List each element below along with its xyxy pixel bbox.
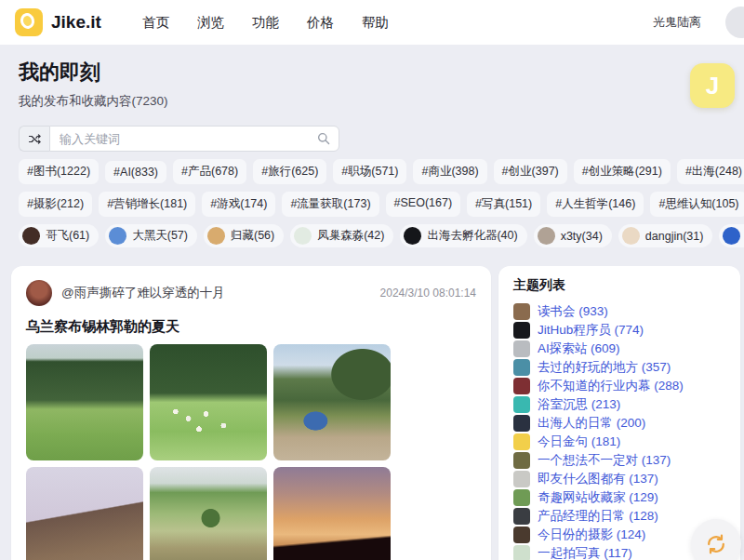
post-author-avatar[interactable] [26,280,52,306]
user-chip-label: 出海去孵化器(40) [427,228,517,244]
post-photo[interactable] [26,344,143,460]
topic-item[interactable]: 产品经理的日常 (128) [513,507,725,525]
topic-item[interactable]: 你不知道的行业内幕 (288) [513,377,725,394]
topic-item[interactable]: 今日金句 (181) [513,433,725,450]
tag-chip[interactable]: #游戏(174) [202,192,275,217]
nav-link[interactable]: 首页 [142,14,169,32]
post-card: @雨声撕碎了难以穿透的十月 2024/3/10 08:01:14 乌兰察布锡林郭… [11,266,491,560]
user-chip-avatar [109,227,126,245]
post-photo[interactable] [26,467,143,560]
topic-thumbnail [513,489,530,506]
post-photo[interactable] [273,467,391,560]
tag-chip[interactable]: #AI(833) [105,161,166,183]
page-subtitle: 我的发布和收藏内容(7230) [19,93,725,110]
user-chips: 哥飞(61) 大黑天(57) 归藏(56) 凤巢森淼(42) [19,224,744,247]
user-chip[interactable]: 归藏(56) [204,224,284,247]
topic-thumbnail [513,415,530,432]
topic-thumbnail [513,322,530,339]
jump-to-top-button[interactable]: J [690,63,735,108]
topic-thumbnail [513,396,530,413]
user-chip-avatar [22,227,40,245]
user-chip-label: 凤巢森淼(42) [317,228,384,244]
topic-thumbnail [513,303,530,320]
topic-label: 一个想法不一定对 (137) [538,452,671,469]
user-chip-avatar [207,227,225,245]
nav-link[interactable]: 浏览 [197,14,224,32]
user-chip-avatar [622,227,640,245]
user-chip[interactable]: 出海去孵化器(40) [400,224,526,247]
brand-title[interactable]: Jike.it [51,12,101,33]
user-chip-label: 哥飞(61) [46,228,89,244]
topics-heading: 主题列表 [513,277,725,294]
topic-item[interactable]: 浴室沉思 (213) [513,395,725,413]
post-author-name[interactable]: @雨声撕碎了难以穿透的十月 [61,285,225,301]
tag-chip[interactable]: #旅行(625) [253,159,326,184]
topic-label: 今日金句 (181) [538,433,620,450]
tag-chip[interactable]: #写真(151) [467,192,540,217]
topic-item[interactable]: 读书会 (933) [513,302,725,320]
jike-logo-icon[interactable] [15,8,43,36]
user-chip-row: 哥飞(61) 大黑天(57) 归藏(56) 凤巢森淼(42) [19,224,725,247]
topic-label: 奇趣网站收藏家 (129) [538,489,658,506]
topic-item[interactable]: AI探索站 (609) [513,340,725,357]
user-chip[interactable]: GitHub充电宝(31) [719,224,744,247]
user-chip[interactable]: 哥飞(61) [19,224,99,247]
tag-chip[interactable]: #图书(1222) [19,159,99,184]
nav-link[interactable]: 帮助 [362,14,389,32]
user-chip[interactable]: x3ty(34) [534,224,612,247]
tag-chip[interactable]: #人生哲学(146) [547,192,644,217]
search-input[interactable] [49,126,339,152]
topic-label: 产品经理的日常 (128) [538,508,658,525]
topic-label: 今日份的摄影 (124) [538,527,645,543]
topic-item[interactable]: JitHub程序员 (774) [513,321,725,339]
tag-chip[interactable]: #出海(248) [677,159,744,184]
topic-item[interactable]: 奇趣网站收藏家 (129) [513,488,725,506]
topic-item[interactable]: 一个想法不一定对 (137) [513,451,725,469]
topic-thumbnail [513,359,530,376]
topic-thumbnail [513,378,530,394]
user-chip-avatar [404,227,421,245]
user-chip-label: dangjin(31) [645,230,704,243]
nav-link[interactable]: 功能 [252,14,279,32]
tag-chip[interactable]: #创业(397) [494,159,567,184]
tag-chip[interactable]: #流量获取(173) [282,192,379,217]
tag-chip[interactable]: #商业(398) [413,159,486,184]
topic-label: 即友什么图都有 (137) [538,471,658,487]
shuffle-button[interactable] [19,126,49,152]
topic-item[interactable]: 即友什么图都有 (137) [513,470,725,487]
tag-chip[interactable]: #营销增长(181) [99,192,195,217]
nav-username[interactable]: 光鬼陆离 [653,14,701,31]
topic-item[interactable]: 去过的好玩的地方 (357) [513,358,725,376]
nav-link[interactable]: 价格 [307,14,334,32]
topic-label: AI探索站 (609) [538,340,620,357]
tag-chip[interactable]: #思维认知(105) [650,192,744,217]
topic-label: 读书会 (933) [538,303,608,320]
tag-chip[interactable]: #摄影(212) [19,192,92,217]
user-avatar[interactable] [725,7,744,38]
tag-chip[interactable]: #产品(678) [173,159,246,184]
topic-label: 一起拍写真 (117) [538,545,632,560]
post-photo[interactable] [273,344,391,460]
user-chip[interactable]: 凤巢森淼(42) [290,224,393,247]
tag-chip[interactable]: #职场(571) [333,159,406,184]
topic-item[interactable]: 出海人的日常 (200) [513,414,725,432]
topic-label: JitHub程序员 (774) [538,322,644,339]
user-chip[interactable]: 大黑天(57) [105,224,197,247]
topic-label: 你不知道的行业内幕 (288) [538,378,684,394]
user-chip[interactable]: dangjin(31) [618,224,713,247]
topic-thumbnail [513,452,530,469]
topic-thumbnail [513,527,530,543]
logo-ring-shape [19,11,36,30]
post-photo[interactable] [150,467,267,560]
topic-thumbnail [513,433,530,450]
topic-thumbnail [513,471,530,487]
top-navbar: Jike.it 首页 浏览 功能 价格 帮助 光鬼陆离 [0,0,744,45]
page-title: 我的即刻 [19,59,725,87]
user-chip-label: 归藏(56) [231,228,274,244]
tag-chip[interactable]: #创业策略(291) [574,159,671,184]
topic-thumbnail [513,340,530,357]
tag-chip[interactable]: #SEO(167) [386,192,461,217]
user-chip-avatar [723,227,740,245]
post-photo[interactable] [150,344,267,460]
content-area: @雨声撕碎了难以穿透的十月 2024/3/10 08:01:14 乌兰察布锡林郭… [0,266,744,560]
